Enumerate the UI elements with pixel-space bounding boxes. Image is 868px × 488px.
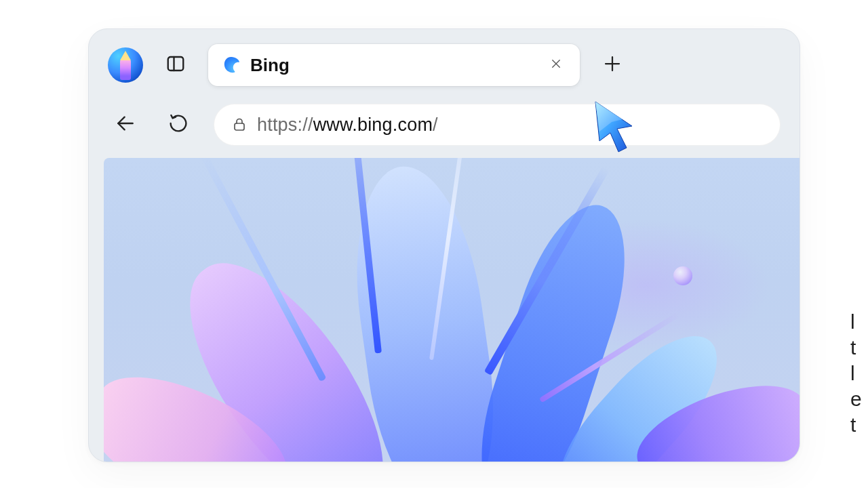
url-path: /: [433, 115, 438, 135]
page-content: [104, 158, 800, 462]
browser-window: Bing: [88, 28, 800, 462]
tab-title: Bing: [250, 55, 545, 76]
tab-strip: Bing: [89, 29, 800, 101]
url-host: www.bing.com: [313, 115, 433, 135]
new-tab-button[interactable]: [595, 47, 630, 83]
tab-close-button[interactable]: [545, 54, 568, 77]
decorative-spark: [673, 266, 692, 285]
address-bar[interactable]: https://www.bing.com/: [214, 104, 781, 146]
arrow-left-icon: [115, 113, 136, 137]
refresh-button[interactable]: [161, 107, 196, 142]
cropped-edge-text: l t l e t: [850, 309, 862, 438]
svg-rect-7: [235, 123, 244, 130]
back-button[interactable]: [108, 107, 143, 142]
workspaces-icon: [165, 54, 186, 77]
plus-icon: [602, 54, 623, 77]
svg-rect-0: [168, 57, 184, 70]
lock-icon[interactable]: [231, 117, 248, 133]
close-icon: [550, 58, 562, 73]
toolbar: https://www.bing.com/: [89, 101, 800, 148]
url-text: https://www.bing.com/: [257, 115, 438, 136]
browser-tab[interactable]: Bing: [208, 44, 580, 86]
bing-icon: [222, 56, 241, 75]
refresh-icon: [167, 113, 189, 137]
url-protocol: https://: [257, 115, 313, 135]
workspaces-button[interactable]: [158, 47, 193, 83]
profile-avatar-button[interactable]: [108, 47, 143, 83]
